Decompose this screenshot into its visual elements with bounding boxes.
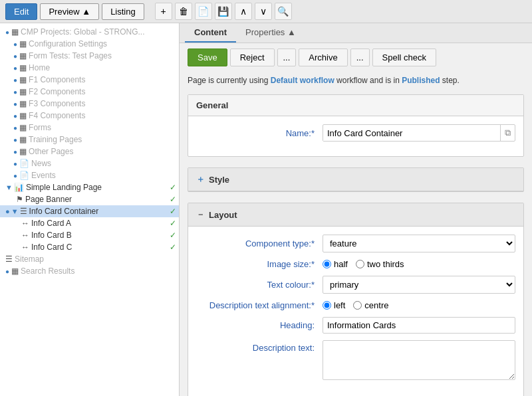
copy-icon[interactable]: 📄	[195, 3, 212, 20]
expand-bullet: ●	[5, 29, 9, 36]
sidebar-label: F2 Components	[29, 87, 85, 96]
heading-label: Heading:	[196, 320, 323, 330]
description-textarea[interactable]	[323, 340, 515, 380]
add-icon[interactable]: +	[155, 3, 172, 20]
component-type-label: Component type:*	[196, 239, 323, 248]
top-bar: Edit Preview ▲ Listing + 🗑 📄 💾 ∧ ∨ 🔍	[0, 0, 532, 23]
sidebar-item-other[interactable]: ● ▦ Other Pages	[0, 146, 179, 157]
workflow-status-link[interactable]: Published	[402, 76, 440, 85]
spell-check-button[interactable]: Spell check	[372, 49, 436, 66]
reject-button[interactable]: Reject	[230, 49, 275, 66]
component-type-control: feature standard hero	[323, 235, 515, 252]
more-actions-button-1[interactable]: ...	[277, 49, 297, 66]
sidebar-item-global[interactable]: ● ▦ CMP Projects: Global - STRONG...	[0, 26, 179, 38]
grid-icon: ▦	[19, 99, 27, 108]
more-actions-button-2[interactable]: ...	[350, 49, 370, 66]
save-icon[interactable]: 💾	[215, 3, 232, 20]
sidebar-label: Other Pages	[29, 147, 73, 156]
sidebar-item-info-card-a[interactable]: ↔ Info Card A ✓	[0, 217, 179, 229]
general-section-header: General	[188, 95, 523, 116]
list-icon: ☰	[5, 254, 13, 264]
image-size-half-label[interactable]: half	[323, 259, 348, 269]
arrow-icon: ↔	[21, 243, 29, 252]
sidebar-item-simple-landing[interactable]: ▼ 📊 Simple Landing Page ✓	[0, 181, 179, 193]
sidebar-item-training[interactable]: ● ▦ Training Pages	[0, 134, 179, 146]
image-size-twothirds-radio[interactable]	[356, 260, 364, 268]
grid-icon: ▦	[19, 51, 27, 60]
expand-bullet: ●	[5, 268, 9, 275]
move-up-icon[interactable]: ∧	[235, 3, 252, 20]
sidebar-item-f2[interactable]: ● ▦ F2 Components	[0, 86, 179, 98]
sidebar-item-search-results[interactable]: ● ▦ Search Results	[0, 265, 179, 277]
grid-icon: ▦	[19, 75, 27, 84]
desc-align-left-radio[interactable]	[323, 301, 331, 310]
style-section-header[interactable]: ＋ Style	[188, 168, 523, 191]
check-icon: ✓	[170, 219, 176, 228]
sidebar-label: Info Card Container	[29, 207, 99, 216]
desc-align-left-label[interactable]: left	[323, 300, 345, 310]
desc-align-row: Description text alignment:* left centre	[196, 300, 515, 310]
page-icon: 📄	[19, 159, 29, 168]
tab-properties[interactable]: Properties ▲	[236, 23, 305, 43]
sidebar-item-forms[interactable]: ● ▦ Forms	[0, 122, 179, 134]
desc-align-centre-label[interactable]: centre	[353, 300, 388, 310]
arrow-icon: ↔	[21, 231, 29, 240]
expand-bullet: ●	[13, 41, 17, 48]
sidebar-label: Info Card A	[31, 219, 71, 228]
text-colour-row: Text colour:* primary secondary white	[196, 276, 515, 294]
workflow-name-link[interactable]: Default workflow	[271, 76, 334, 85]
edit-button[interactable]: Edit	[5, 3, 37, 20]
name-input-wrapper: ⧉	[323, 124, 515, 142]
sidebar-item-news[interactable]: ● 📄 News	[0, 157, 179, 169]
move-down-icon[interactable]: ∨	[255, 3, 272, 20]
sidebar-item-form-tests[interactable]: ● ▦ Form Tests: Test Pages	[0, 50, 179, 62]
flag-icon: ⚑	[16, 195, 23, 204]
component-type-select[interactable]: feature standard hero	[323, 235, 515, 252]
component-type-row: Component type:* feature standard hero	[196, 235, 515, 252]
copy-value-icon[interactable]: ⧉	[500, 125, 515, 141]
sidebar-item-info-card-b[interactable]: ↔ Info Card B ✓	[0, 229, 179, 241]
check-icon: ✓	[170, 207, 176, 216]
text-colour-select[interactable]: primary secondary white	[323, 276, 515, 294]
desc-align-radio-group: left centre	[323, 300, 515, 310]
layout-section: － Layout Component type:* feature standa…	[188, 203, 524, 396]
sidebar-item-info-card-c[interactable]: ↔ Info Card C ✓	[0, 241, 179, 253]
workflow-info: Page is currently using Default workflow…	[180, 72, 532, 89]
archive-button[interactable]: Archive	[299, 49, 347, 66]
sidebar-item-page-banner[interactable]: ⚑ Page Banner ✓	[0, 193, 179, 205]
grid-icon: ▦	[11, 27, 19, 37]
sidebar-label: Simple Landing Page	[26, 183, 102, 192]
save-button[interactable]: Save	[188, 49, 227, 66]
sidebar-label: Info Card C	[31, 243, 72, 252]
layout-section-header[interactable]: － Layout	[188, 203, 523, 227]
sidebar-item-info-card-container[interactable]: ● ▼ ☰ Info Card Container ✓	[0, 205, 179, 217]
style-section: ＋ Style	[188, 167, 524, 192]
image-size-twothirds-label[interactable]: two thirds	[356, 259, 404, 269]
delete-icon[interactable]: 🗑	[175, 3, 192, 20]
sidebar-item-sitemap[interactable]: ☰ Sitemap	[0, 253, 179, 265]
sidebar-item-home[interactable]: ● ▦ Home	[0, 62, 179, 74]
sidebar-item-events[interactable]: ● 📄 Events	[0, 169, 179, 181]
expand-bullet: ●	[13, 172, 17, 179]
desc-align-centre-radio[interactable]	[353, 301, 362, 310]
heading-input[interactable]	[323, 317, 515, 334]
sidebar-label: News	[31, 159, 51, 168]
sidebar-item-f4[interactable]: ● ▦ F4 Components	[0, 110, 179, 122]
sidebar-label: F1 Components	[29, 75, 85, 84]
sidebar-label: Events	[31, 171, 56, 180]
listing-button[interactable]: Listing	[102, 3, 144, 20]
image-size-half-radio[interactable]	[323, 260, 331, 268]
check-icon: ✓	[170, 183, 176, 192]
expand-bullet: ●	[13, 136, 17, 144]
preview-button[interactable]: Preview ▲	[40, 3, 99, 20]
sidebar-label: F3 Components	[29, 99, 85, 108]
sidebar-label: Sitemap	[15, 254, 44, 264]
tab-content[interactable]: Content	[185, 23, 236, 43]
search-icon[interactable]: 🔍	[275, 3, 292, 20]
sidebar-item-f1[interactable]: ● ▦ F1 Components	[0, 74, 179, 86]
sidebar-item-f3[interactable]: ● ▦ F3 Components	[0, 98, 179, 110]
layout-section-title: Layout	[209, 210, 237, 220]
name-input[interactable]	[323, 126, 500, 141]
sidebar-item-config[interactable]: ● ▦ Configuration Settings	[0, 38, 179, 50]
page-icon: 📄	[19, 171, 29, 180]
